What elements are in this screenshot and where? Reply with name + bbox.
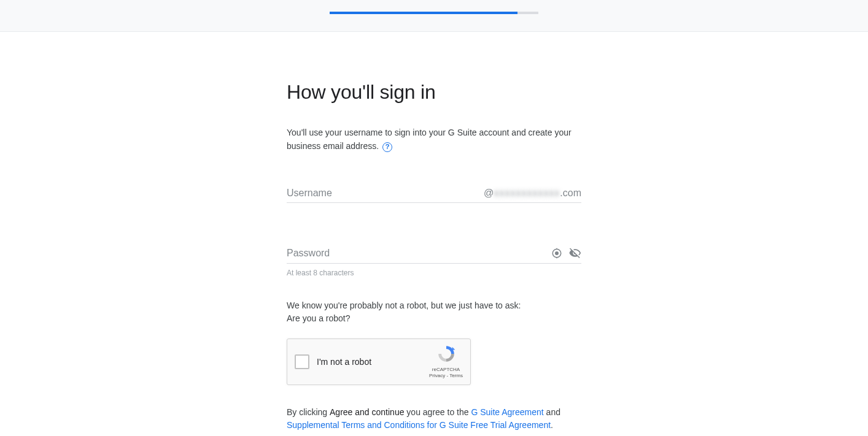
robot-line1: We know you're probably not a robot, but…: [287, 299, 581, 312]
robot-line2: Are you a robot?: [287, 312, 581, 325]
domain-at: @: [484, 188, 494, 198]
help-icon[interactable]: ?: [382, 142, 392, 152]
subtitle-text: You'll use your username to sign into yo…: [287, 128, 572, 151]
gsuite-agreement-link[interactable]: G Suite Agreement: [471, 407, 543, 417]
recaptcha-widget: I'm not a robot reCAPTCHA Privacy - Term…: [287, 338, 471, 385]
password-row: [287, 247, 581, 264]
visibility-off-icon[interactable]: [569, 247, 581, 259]
password-suggest-icon[interactable]: [551, 247, 563, 259]
header-bar: [0, 0, 868, 32]
username-row: @xxxxxxxxxxxx.com: [287, 188, 581, 203]
robot-section: We know you're probably not a robot, but…: [287, 299, 581, 385]
terms-middle: you agree to the: [404, 407, 471, 417]
recaptcha-links: Privacy - Terms: [429, 373, 463, 379]
domain-blurred: xxxxxxxxxxxx: [494, 188, 560, 198]
terms-paragraph: By clicking Agree and continue you agree…: [287, 406, 581, 432]
username-field-group: @xxxxxxxxxxxx.com: [287, 188, 581, 203]
password-input[interactable]: [287, 248, 544, 259]
recaptcha-brand-text: reCAPTCHA: [429, 367, 463, 373]
recaptcha-label: I'm not a robot: [317, 357, 429, 367]
recaptcha-checkbox[interactable]: [295, 354, 309, 369]
page-title: How you'll sign in: [287, 81, 581, 104]
recaptcha-terms-link[interactable]: Terms: [449, 373, 463, 378]
svg-point-1: [556, 252, 559, 255]
terms-suffix: .: [551, 420, 553, 430]
recaptcha-logo-icon: [436, 344, 456, 364]
terms-bold: Agree and continue: [330, 407, 404, 417]
domain-tld: .com: [560, 188, 581, 198]
password-hint: At least 8 characters: [287, 269, 581, 277]
recaptcha-branding: reCAPTCHA Privacy - Terms: [429, 344, 463, 380]
terms-prefix: By clicking: [287, 407, 330, 417]
domain-suffix: @xxxxxxxxxxxx.com: [484, 188, 581, 199]
progress-track: [330, 12, 538, 14]
progress-bar: [330, 12, 517, 14]
terms-between: and: [544, 407, 560, 417]
password-field-group: At least 8 characters: [287, 247, 581, 277]
recaptcha-privacy-link[interactable]: Privacy: [429, 373, 445, 378]
form-container: How you'll sign in You'll use your usern…: [287, 32, 581, 436]
svg-marker-2: [452, 346, 455, 350]
page-subtitle: You'll use your username to sign into yo…: [287, 126, 581, 153]
username-input[interactable]: [287, 188, 484, 199]
supplemental-terms-link[interactable]: Supplemental Terms and Conditions for G …: [287, 420, 551, 430]
